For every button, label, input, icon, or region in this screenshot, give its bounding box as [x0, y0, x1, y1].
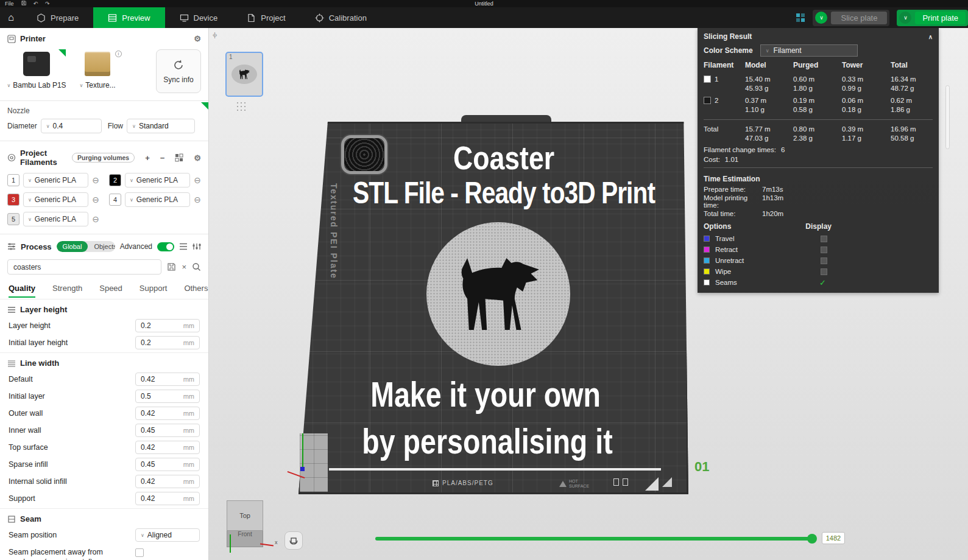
outer-wall-input[interactable]: 0.42 mm [135, 407, 200, 420]
filament-remove-icon[interactable]: ⊖ [92, 176, 99, 184]
wipe-display-checkbox[interactable] [821, 268, 827, 275]
tab-project[interactable]: Project [232, 7, 300, 28]
undo-icon[interactable]: ↶ [34, 1, 38, 7]
tab-quality[interactable]: Quality [9, 284, 35, 298]
remove-filament-button[interactable]: − [160, 154, 165, 162]
print-dropdown-button[interactable]: ∨ [899, 12, 911, 24]
preset-list-icon[interactable] [179, 242, 188, 251]
diameter-label: Diameter [7, 122, 37, 130]
filament-select[interactable]: ∨ Generic PLA [23, 192, 88, 207]
filament-color-swatch[interactable]: 3 [7, 194, 19, 206]
printer-name[interactable]: Bambu Lab P1S [13, 81, 66, 89]
view-cube-top-face[interactable]: Top [227, 500, 263, 531]
filament-remove-icon[interactable]: ⊖ [194, 176, 201, 184]
initial-layer-line-width-input[interactable]: 0.5 mm [135, 390, 200, 403]
seam-placement-checkbox[interactable] [135, 548, 144, 557]
qr-icon [433, 480, 439, 486]
filament-color-swatch[interactable]: 2 [109, 174, 121, 186]
plate-icon-2 [623, 478, 628, 486]
orientation-reset-button[interactable] [284, 531, 303, 550]
filament-grid: 1 ∨ Generic PLA ⊖ 2 ∨ Generic PLA ⊖ 3 ∨ … [0, 169, 208, 233]
redo-icon[interactable]: ↷ [45, 1, 50, 7]
color-scheme-select[interactable]: ∨ Filament [760, 44, 858, 57]
clear-search-icon[interactable]: × [182, 262, 186, 271]
layer-slider-handle[interactable] [807, 534, 817, 544]
purge-object [341, 135, 387, 174]
filament-select[interactable]: ∨ Generic PLA [125, 192, 190, 207]
purging-volumes-button[interactable]: Purging volumes [72, 153, 135, 163]
filament-color-swatch[interactable]: 4 [109, 194, 121, 206]
nozzle-diameter-select[interactable]: ∨ 0.4 [41, 119, 102, 133]
scope-global[interactable]: Global [57, 241, 88, 252]
sidebar-collapse-icon[interactable]: ‹|› [213, 32, 216, 38]
home-button[interactable]: ⌂ [0, 7, 22, 28]
filament-select[interactable]: ∨ Generic PLA [23, 173, 88, 187]
slice-dropdown-button[interactable]: ∨ [815, 12, 827, 24]
filament-remove-icon[interactable]: ⊖ [92, 215, 99, 223]
info-icon[interactable]: i [115, 51, 122, 57]
tab-calibration[interactable]: Calibration [300, 7, 381, 28]
search-input[interactable]: coasters [7, 259, 161, 275]
layer-slider-track[interactable] [375, 537, 811, 541]
flush-options-icon[interactable] [175, 153, 183, 162]
collapse-panel-icon[interactable]: ∧ [928, 33, 933, 40]
seam-position-select[interactable]: ∨ Aligned [135, 528, 200, 542]
travel-display-checkbox[interactable] [821, 236, 827, 242]
filament-remove-icon[interactable]: ⊖ [194, 195, 201, 204]
seams-display-checkbox[interactable]: ✓ [819, 279, 826, 287]
tab-preview[interactable]: Preview [93, 7, 164, 28]
save-preset-icon[interactable] [167, 262, 176, 271]
internal-solid-infill-input[interactable]: 0.42 mm [135, 475, 200, 488]
unretract-display-checkbox[interactable] [821, 257, 827, 264]
unit-label: mm [183, 393, 194, 400]
section-line-width: Line width Default 0.42 mm Initial layer… [0, 352, 208, 507]
add-filament-button[interactable]: + [145, 154, 150, 162]
tab-others[interactable]: Others [184, 284, 208, 298]
filament-color-swatch[interactable]: 1 [7, 174, 19, 186]
file-menu[interactable]: File [5, 1, 14, 7]
viewport-scrollbar[interactable] [945, 85, 950, 149]
advanced-toggle[interactable] [157, 242, 174, 251]
slice-plate-button[interactable]: Slice plate [831, 12, 887, 24]
plate-list-handle-icon[interactable] [236, 101, 246, 111]
unit-label: mm [183, 376, 194, 383]
nozzle-flow-select[interactable]: ∨ Standard [127, 119, 195, 133]
sparse-infill-input[interactable]: 0.45 mm [135, 458, 200, 471]
tab-prepare[interactable]: Prepare [22, 7, 93, 28]
view-cube[interactable]: Top Front [227, 500, 263, 548]
plate-thumbnail[interactable]: 1 [225, 52, 263, 97]
printer-settings-gear-icon[interactable]: ⚙ [194, 34, 201, 43]
tune-icon[interactable] [193, 242, 201, 251]
plate-type-card[interactable]: i ∨ Texture... [72, 49, 123, 89]
tab-support[interactable]: Support [140, 284, 168, 298]
layer-slider-value: 1482 [822, 532, 845, 544]
search-icon[interactable] [192, 262, 201, 271]
support-line-width-input[interactable]: 0.42 mm [135, 492, 200, 505]
param-inner-wall: Inner wall 0.45 mm [0, 422, 208, 439]
filament-remove-icon[interactable]: ⊖ [92, 195, 99, 204]
plate-settings-icon[interactable] [796, 13, 805, 23]
filament-color-swatch[interactable]: 5 [7, 213, 19, 225]
print-plate-button[interactable]: Print plate [915, 12, 966, 24]
sync-info-button[interactable]: Sync info [156, 49, 201, 93]
tab-strength[interactable]: Strength [52, 284, 82, 298]
filaments-section-header: Project Filaments Purging volumes + − ⚙ [0, 142, 208, 169]
save-icon[interactable] [21, 1, 26, 7]
tab-device[interactable]: Device [165, 7, 233, 28]
top-surface-input[interactable]: 0.42 mm [135, 441, 200, 454]
filament-select[interactable]: ∨ Generic PLA [125, 173, 190, 187]
scope-objects[interactable]: Objects [88, 241, 115, 252]
layer-height-input[interactable]: 0.2 mm [135, 319, 200, 332]
plate-type-name[interactable]: Texture... [85, 81, 115, 89]
default-line-width-input[interactable]: 0.42 mm [135, 373, 200, 386]
filament-settings-gear-icon[interactable]: ⚙ [194, 153, 201, 163]
initial-layer-height-input[interactable]: 0.2 mm [135, 336, 200, 349]
filament-slot-4: 4 ∨ Generic PLA ⊖ [109, 192, 201, 207]
inner-wall-input[interactable]: 0.45 mm [135, 424, 200, 437]
tab-speed[interactable]: Speed [99, 284, 122, 298]
retract-display-checkbox[interactable] [821, 247, 827, 253]
filament-select[interactable]: ∨ Generic PLA [23, 212, 88, 226]
preview-icon [108, 13, 117, 23]
view-cube-front-face[interactable]: Front [227, 531, 263, 547]
printer-card[interactable]: ∨ Bambu Lab P1S [7, 49, 66, 89]
